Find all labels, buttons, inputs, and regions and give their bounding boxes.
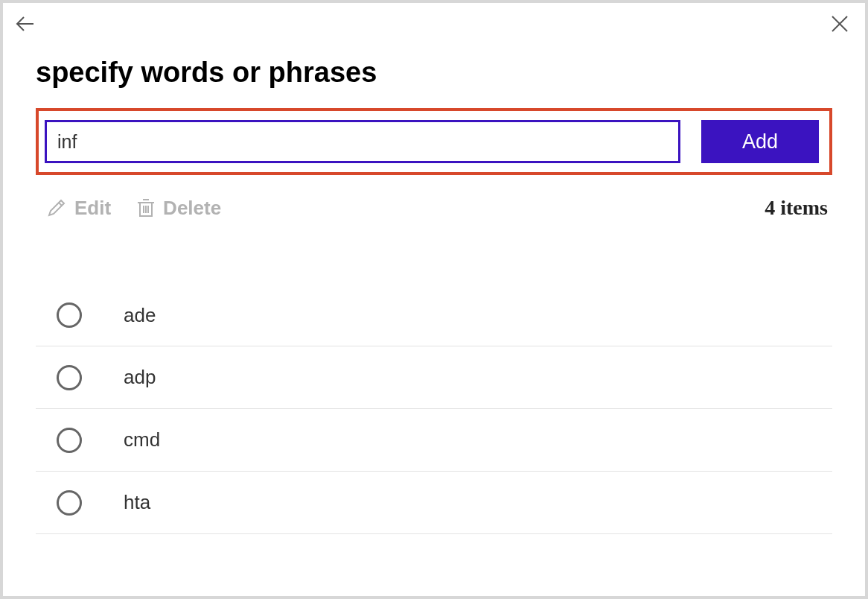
list-item[interactable]: ade [36,284,832,346]
item-label: ade [124,304,156,327]
delete-button[interactable]: Delete [136,197,221,220]
item-count-label: 4 items [765,196,832,220]
back-arrow-icon [15,13,36,34]
list-item[interactable]: hta [36,472,832,534]
edit-button[interactable]: Edit [46,197,111,220]
add-button[interactable]: Add [701,120,819,163]
dialog-title: specify words or phrases [36,57,832,89]
close-icon [830,14,849,34]
items-list: ade adp cmd hta [36,284,832,534]
word-input[interactable] [45,120,680,163]
radio-icon[interactable] [57,490,82,516]
toolbar-left: Edit Delete [36,197,765,220]
back-button[interactable] [13,12,37,36]
edit-label: Edit [74,197,111,220]
radio-icon[interactable] [57,428,82,453]
dialog-frame: specify words or phrases Add Edit [0,0,868,599]
toolbar-row: Edit Delete 4 items [36,196,832,220]
close-button[interactable] [828,12,852,36]
item-label: hta [124,491,150,514]
list-item[interactable]: cmd [36,409,832,472]
pencil-icon [46,197,67,218]
radio-icon[interactable] [57,365,82,390]
top-icons [3,7,865,37]
trash-icon [136,197,156,219]
list-item[interactable]: adp [36,346,832,409]
item-label: adp [124,366,156,389]
item-label: cmd [124,428,160,451]
dialog-content: specify words or phrases Add Edit [36,57,832,534]
svg-line-3 [59,203,62,206]
delete-label: Delete [163,197,221,220]
input-highlight-box: Add [36,108,832,175]
radio-icon[interactable] [57,302,82,328]
